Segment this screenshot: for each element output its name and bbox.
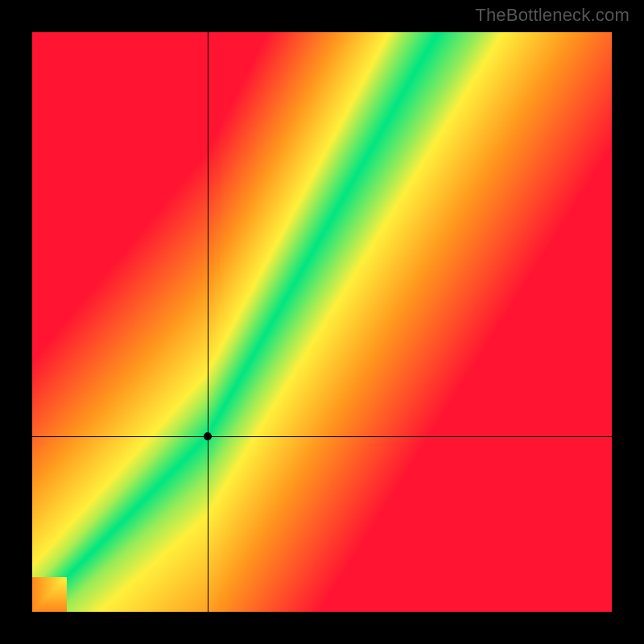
crosshair-horizontal [32, 436, 612, 437]
heatmap-canvas [32, 32, 612, 612]
watermark-text: TheBottleneck.com [475, 5, 630, 26]
data-point [204, 432, 212, 440]
crosshair-vertical [208, 32, 208, 612]
heatmap-plot [32, 32, 612, 612]
